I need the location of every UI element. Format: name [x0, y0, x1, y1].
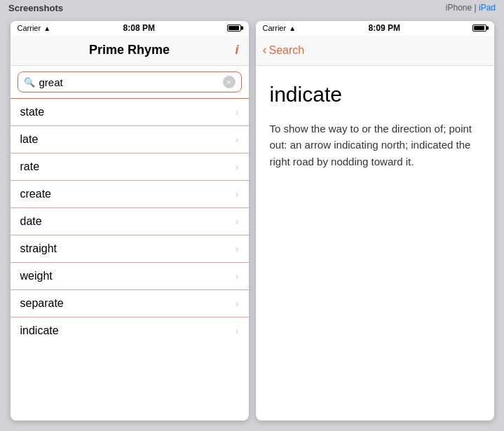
list-item[interactable]: indicate › [11, 317, 249, 344]
rhyme-word: late [20, 133, 39, 146]
rhyme-word: indicate [20, 324, 59, 337]
rhyme-word: straight [20, 242, 57, 255]
right-status-left: Carrier ▲ [263, 24, 297, 32]
phones-wrapper: Carrier ▲ 8:08 PM Prime Rhyme i 🔍 great … [0, 15, 504, 431]
chevron-right-icon: › [236, 161, 239, 172]
chevron-right-icon: › [236, 325, 239, 336]
left-status-right [227, 25, 241, 32]
rhyme-list: state › late › rate › create › date › st… [11, 99, 249, 420]
back-label: Search [269, 44, 305, 57]
detail-content: indicate To show the way to or the direc… [256, 66, 494, 420]
rhyme-word: rate [20, 160, 40, 173]
iphone-label: iPhone [446, 3, 472, 13]
search-bar[interactable]: 🔍 great × [18, 71, 242, 93]
right-status-right [472, 25, 486, 32]
right-nav-bar: ‹ Search [256, 35, 494, 66]
list-item[interactable]: rate › [11, 153, 249, 181]
list-item[interactable]: date › [11, 208, 249, 235]
screenshots-title: Screenshots [8, 3, 63, 13]
left-carrier: Carrier [18, 24, 41, 32]
chevron-right-icon: › [236, 216, 239, 227]
right-battery-icon [472, 25, 486, 32]
list-item[interactable]: state › [11, 99, 249, 126]
list-item[interactable]: straight › [11, 235, 249, 263]
right-phone: Carrier ▲ 8:09 PM ‹ Search indicate To s… [256, 21, 494, 420]
left-time: 8:08 PM [123, 23, 155, 33]
rhyme-word: separate [20, 297, 64, 310]
rhyme-word: state [20, 106, 45, 118]
device-links: iPhone | iPad [446, 3, 496, 13]
info-button[interactable]: i [235, 43, 238, 57]
left-status-bar: Carrier ▲ 8:08 PM [11, 21, 249, 35]
right-carrier: Carrier [263, 24, 287, 32]
right-wifi-icon: ▲ [289, 25, 296, 32]
search-input[interactable]: great [39, 76, 223, 88]
chevron-right-icon: › [236, 298, 239, 309]
right-status-bar: Carrier ▲ 8:09 PM [256, 21, 494, 35]
detail-word: indicate [270, 83, 480, 107]
back-chevron-icon: ‹ [263, 43, 267, 57]
left-nav-bar: Prime Rhyme i [11, 35, 249, 66]
left-nav-title: Prime Rhyme [89, 43, 170, 57]
search-icon: 🔍 [24, 77, 35, 88]
chevron-right-icon: › [236, 243, 239, 254]
list-item[interactable]: separate › [11, 290, 249, 317]
left-status-left: Carrier ▲ [18, 24, 51, 32]
left-wifi-icon: ▲ [43, 25, 50, 32]
chevron-right-icon: › [236, 107, 239, 118]
clear-button[interactable]: × [223, 76, 236, 88]
detail-definition: To show the way to or the direction of; … [270, 121, 480, 170]
rhyme-word: weight [20, 270, 53, 282]
chevron-right-icon: › [236, 271, 239, 282]
ipad-link[interactable]: iPad [479, 3, 496, 13]
chevron-right-icon: › [236, 189, 239, 200]
chevron-right-icon: › [236, 134, 239, 145]
list-item[interactable]: weight › [11, 263, 249, 290]
list-item[interactable]: late › [11, 126, 249, 153]
list-item[interactable]: create › [11, 181, 249, 208]
screenshots-bar: Screenshots iPhone | iPad [0, 0, 504, 15]
left-phone: Carrier ▲ 8:08 PM Prime Rhyme i 🔍 great … [11, 21, 249, 420]
right-time: 8:09 PM [369, 23, 400, 33]
back-button[interactable]: ‹ Search [263, 43, 305, 57]
rhyme-word: create [20, 188, 51, 200]
search-bar-container: 🔍 great × [11, 66, 249, 99]
rhyme-word: date [20, 215, 42, 228]
left-battery-icon [227, 25, 241, 32]
